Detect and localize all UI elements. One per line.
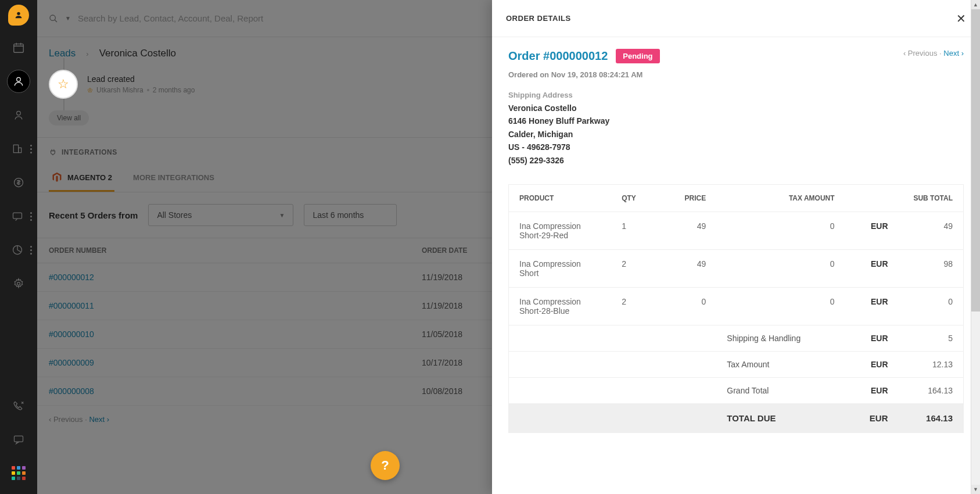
svg-point-3 — [17, 111, 21, 115]
shipping-label: Shipping Address — [508, 91, 964, 99]
nav-conversations[interactable] — [6, 205, 29, 228]
help-fab[interactable]: ? — [371, 451, 400, 480]
drawer-title: ORDER DETAILS — [506, 14, 571, 23]
chat-icon — [12, 210, 23, 222]
status-badge: Pending — [616, 49, 659, 63]
svg-point-0 — [17, 12, 20, 15]
scroll-down-icon[interactable]: ▼ — [971, 485, 980, 494]
nav-phone[interactable] — [7, 394, 30, 417]
order-prev[interactable]: ‹ Previous — [903, 49, 938, 58]
more-dots-2[interactable] — [30, 212, 32, 221]
item-row: Ina Compression Short-28-Blue 2 0 0 EUR … — [509, 287, 964, 325]
message-icon — [13, 434, 24, 445]
ship-city: Calder, Michigan — [508, 128, 964, 141]
scroll-thumb[interactable] — [971, 9, 980, 312]
person-icon — [13, 76, 24, 87]
item-row: Ina Compression Short 2 49 0 EUR 98 — [509, 249, 964, 287]
summary-grand: Grand Total EUR 164.13 — [509, 377, 964, 403]
user-icon — [13, 109, 24, 121]
ship-zip: US - 49628-7978 — [508, 141, 964, 153]
more-dots-3[interactable] — [30, 246, 32, 255]
scroll-up-icon[interactable]: ▲ — [971, 0, 980, 9]
col-product: PRODUCT — [509, 184, 612, 212]
nav-reports[interactable] — [6, 238, 29, 262]
item-row: Ina Compression Short-29-Red 1 49 0 EUR … — [509, 212, 964, 249]
col-tax: TAX AMOUNT — [716, 184, 845, 212]
svg-rect-5 — [18, 148, 21, 152]
ship-phone: (555) 229-3326 — [508, 154, 964, 167]
col-price: PRICE — [659, 184, 717, 212]
nav-settings[interactable] — [7, 272, 30, 295]
apps-grid-icon — [12, 466, 26, 480]
nav-contacts[interactable] — [7, 70, 30, 93]
items-table: PRODUCT QTY PRICE TAX AMOUNT SUB TOTAL I… — [508, 184, 964, 433]
left-sidebar — [0, 0, 37, 494]
star-icon: ☆ — [49, 70, 78, 99]
app-logo[interactable] — [8, 5, 29, 26]
nav-deals[interactable] — [7, 171, 30, 194]
pie-icon — [12, 244, 23, 256]
svg-rect-10 — [15, 436, 23, 442]
svg-point-9 — [17, 282, 20, 285]
nav-inbox[interactable] — [7, 428, 30, 451]
svg-point-2 — [17, 77, 21, 81]
nav-accounts[interactable] — [7, 103, 30, 127]
phone-off-icon — [13, 400, 24, 411]
nav-company[interactable] — [6, 137, 29, 160]
gear-icon — [13, 278, 24, 289]
col-subtotal: SUB TOTAL — [845, 184, 964, 212]
summary-tax: Tax Amount EUR 12.13 — [509, 351, 964, 377]
total-due-row: TOTAL DUE EUR 164.13 — [509, 403, 964, 432]
nav-calendar[interactable] — [7, 36, 30, 59]
svg-rect-1 — [14, 44, 24, 53]
dollar-icon — [13, 177, 24, 188]
svg-rect-7 — [13, 213, 21, 219]
more-dots[interactable] — [30, 145, 32, 153]
ordered-on: Ordered on Nov 19, 2018 08:24:21 AM — [508, 70, 964, 79]
col-qty: QTY — [611, 184, 659, 212]
nav-apps[interactable] — [7, 461, 30, 485]
ship-name: Veronica Costello — [508, 102, 964, 114]
order-number: Order #000000012 — [508, 49, 608, 63]
ship-street: 6146 Honey Bluff Parkway — [508, 114, 964, 127]
calendar-icon — [12, 41, 25, 54]
summary-shipping: Shipping & Handling EUR 5 — [509, 325, 964, 351]
order-nav: ‹ Previous · Next › — [903, 49, 964, 58]
close-icon[interactable]: ✕ — [956, 12, 966, 26]
order-details-drawer: ORDER DETAILS ✕ Order #000000012 Pending… — [492, 0, 980, 494]
scrollbar[interactable]: ▲ ▼ — [971, 0, 980, 494]
building-icon — [12, 143, 23, 155]
order-next[interactable]: Next › — [943, 49, 964, 58]
svg-rect-4 — [13, 145, 18, 152]
